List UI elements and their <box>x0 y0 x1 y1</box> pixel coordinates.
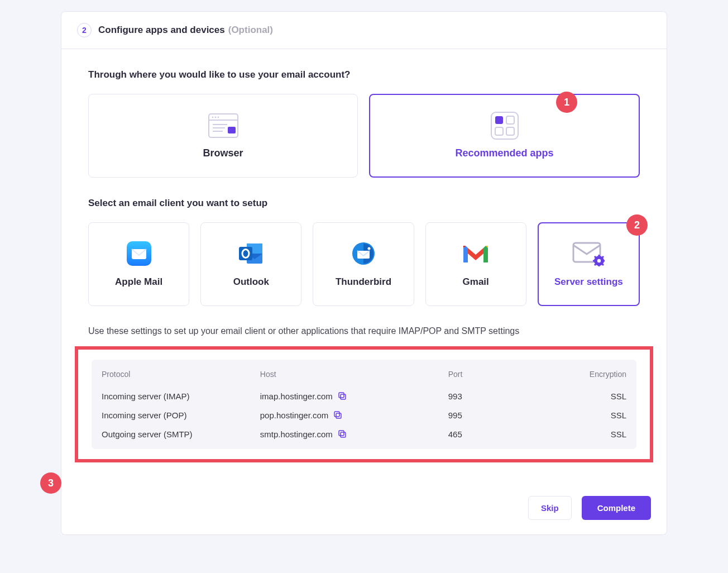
complete-button[interactable]: Complete <box>582 496 651 520</box>
svg-rect-11 <box>506 116 514 124</box>
server-settings-highlight: Protocol Host Port Encryption Incoming s… <box>75 346 653 462</box>
cell-port: 465 <box>448 429 528 439</box>
cell-protocol: Incoming server (POP) <box>102 410 260 420</box>
usage-location-question: Through where you would like to use your… <box>88 69 640 80</box>
client-server-settings-label: Server settings <box>554 276 623 288</box>
gmail-icon <box>461 241 490 266</box>
table-row: Incoming server (POP) pop.hostinger.com … <box>102 405 626 424</box>
client-apple-mail[interactable]: Apple Mail <box>88 222 189 306</box>
col-header-port: Port <box>448 370 528 379</box>
cell-encryption: SSL <box>528 391 626 401</box>
step-optional-label: (Optional) <box>228 25 273 36</box>
choice-browser[interactable]: Browser <box>88 94 358 178</box>
svg-rect-13 <box>506 127 514 135</box>
svg-rect-36 <box>336 413 341 418</box>
svg-rect-12 <box>495 127 503 135</box>
client-gmail-label: Gmail <box>463 276 489 288</box>
svg-rect-38 <box>341 432 346 437</box>
table-header-row: Protocol Host Port Encryption <box>102 370 626 379</box>
server-settings-table: Protocol Host Port Encryption Incoming s… <box>92 360 636 449</box>
thunderbird-icon <box>351 241 376 266</box>
client-thunderbird-label: Thunderbird <box>336 276 391 288</box>
svg-line-33 <box>602 256 604 258</box>
browser-window-icon <box>208 113 238 139</box>
cell-encryption: SSL <box>528 429 626 439</box>
usage-choice-row: Browser 1 Recommended apps <box>88 94 640 178</box>
cell-host: smtp.hostinger.com <box>260 429 333 439</box>
table-row: Incoming server (IMAP) imap.hostinger.co… <box>102 386 626 405</box>
apple-mail-icon <box>127 241 151 266</box>
svg-rect-34 <box>341 394 346 399</box>
copy-icon <box>333 410 343 420</box>
svg-point-22 <box>368 247 371 250</box>
step-header: 2 Configure apps and devices (Optional) <box>61 12 667 49</box>
cell-port: 993 <box>448 391 528 401</box>
client-choice-row: Apple Mail Outlook <box>88 222 640 306</box>
cell-protocol: Incoming server (IMAP) <box>102 391 260 401</box>
choice-recommended-apps[interactable]: 1 Recommended apps <box>369 94 640 178</box>
copy-icon <box>337 429 347 439</box>
client-apple-mail-label: Apple Mail <box>115 276 162 288</box>
svg-rect-37 <box>334 412 339 417</box>
svg-line-31 <box>602 264 604 265</box>
client-thunderbird[interactable]: Thunderbird <box>313 222 414 306</box>
col-header-host: Host <box>260 370 448 379</box>
choice-browser-label: Browser <box>203 147 243 159</box>
client-gmail[interactable]: Gmail <box>425 222 526 306</box>
callout-badge-3: 3 <box>40 472 61 494</box>
client-server-settings[interactable]: 2 <box>538 222 640 306</box>
col-header-encryption: Encryption <box>528 370 626 379</box>
step-body: Through where you would like to use your… <box>61 49 667 478</box>
callout-badge-2: 2 <box>626 214 648 236</box>
step-title: Configure apps and devices <box>98 25 225 36</box>
svg-rect-10 <box>495 116 503 124</box>
app-grid-icon <box>491 113 519 139</box>
svg-point-25 <box>597 259 601 262</box>
copy-icon <box>337 391 347 401</box>
copy-host-button[interactable] <box>337 429 347 439</box>
svg-rect-35 <box>339 393 344 398</box>
step-footer: 3 Skip Complete <box>61 484 667 534</box>
client-outlook[interactable]: Outlook <box>200 222 301 306</box>
skip-button[interactable]: Skip <box>528 496 572 520</box>
callout-badge-1: 1 <box>556 92 577 113</box>
client-outlook-label: Outlook <box>233 276 269 288</box>
client-select-question: Select an email client you want to setup <box>88 198 640 209</box>
outlook-icon <box>238 241 265 266</box>
svg-point-2 <box>212 116 213 118</box>
cell-encryption: SSL <box>528 410 626 420</box>
setup-step-card: 2 Configure apps and devices (Optional) … <box>61 11 667 535</box>
copy-host-button[interactable] <box>333 410 343 420</box>
table-row: Outgoing server (SMTP) smtp.hostinger.co… <box>102 424 626 443</box>
cell-host: pop.hostinger.com <box>260 410 329 420</box>
cell-protocol: Outgoing server (SMTP) <box>102 429 260 439</box>
col-header-protocol: Protocol <box>102 370 260 379</box>
envelope-gear-icon <box>572 241 605 266</box>
svg-line-32 <box>595 264 596 265</box>
step-number-badge: 2 <box>77 23 92 37</box>
svg-point-3 <box>214 116 216 118</box>
cell-port: 995 <box>448 410 528 420</box>
copy-host-button[interactable] <box>337 391 347 401</box>
choice-recommended-label: Recommended apps <box>455 147 553 159</box>
svg-point-4 <box>217 116 219 118</box>
svg-rect-8 <box>228 127 236 133</box>
settings-instructions: Use these settings to set up your email … <box>88 326 640 336</box>
svg-line-30 <box>595 256 596 258</box>
cell-host: imap.hostinger.com <box>260 391 333 401</box>
svg-rect-39 <box>339 431 344 436</box>
